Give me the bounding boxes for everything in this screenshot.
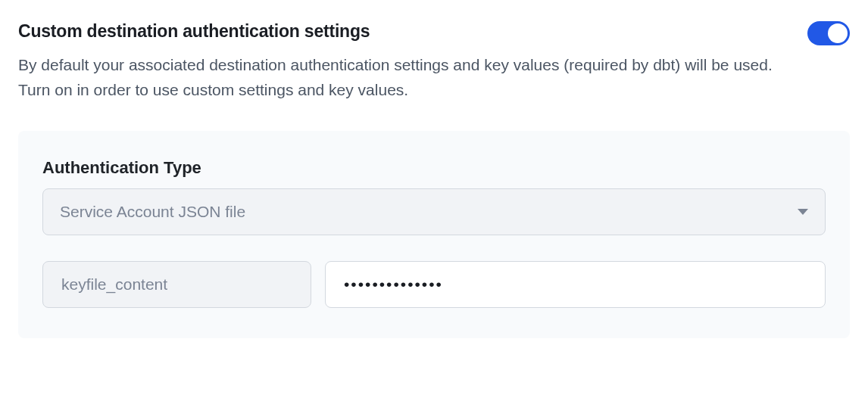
keyfile-key-label-box: keyfile_content bbox=[42, 261, 311, 308]
auth-type-selected-value: Service Account JSON file bbox=[60, 203, 245, 221]
custom-auth-toggle[interactable] bbox=[807, 21, 850, 45]
auth-panel: Authentication Type Service Account JSON… bbox=[18, 131, 850, 338]
auth-type-label: Authentication Type bbox=[42, 158, 826, 178]
keyfile-value-input[interactable] bbox=[325, 261, 826, 308]
chevron-down-icon bbox=[798, 209, 808, 215]
keyfile-key-label: keyfile_content bbox=[61, 275, 167, 294]
section-title: Custom destination authentication settin… bbox=[18, 21, 370, 42]
section-description: By default your associated destination a… bbox=[18, 53, 791, 102]
toggle-knob bbox=[828, 23, 848, 43]
auth-type-select[interactable]: Service Account JSON file bbox=[42, 188, 826, 235]
